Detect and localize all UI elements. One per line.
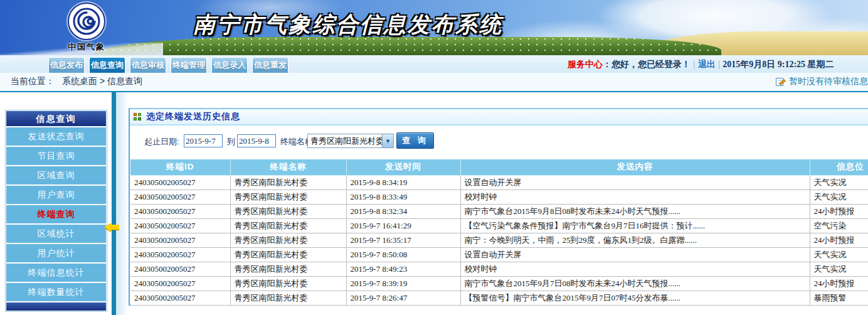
terminal-select[interactable]: 青秀区南阳新光村委 ▼ (307, 134, 394, 148)
sidebar-item-terminal-count-stats[interactable]: 终端数量统计 (6, 283, 106, 301)
cell-terminal-name: 青秀区南阳新光村委 (230, 175, 346, 190)
cell-terminal-id: 240305002005027 (130, 276, 230, 291)
cell-info-category: 24小时预报 (810, 233, 868, 247)
main-panel: 选定终端发送历史信息 起止日期: 到 终端名称： 青秀区南阳新光村委 ▼ 查 询… (129, 108, 868, 306)
col-terminal-name: 终端名称 (230, 159, 346, 175)
vertical-divider (112, 92, 116, 315)
sidebar-item-user-query[interactable]: 用户查询 (6, 186, 106, 204)
cell-terminal-id: 240305002005027 (130, 204, 230, 218)
sidebar-item-send-status-query[interactable]: 发送状态查询 (6, 127, 106, 146)
cell-send-time: 2015-9-7 16:41:29 (346, 218, 460, 233)
cell-send-content: 设置自动开关屏 (460, 247, 810, 262)
cell-info-category: 天气实况 (810, 262, 868, 276)
cma-logo: 中国气象 (65, 3, 109, 53)
cell-terminal-name: 青秀区南阳新光村委 (230, 262, 346, 276)
tab-info-publish[interactable]: 信息发布 (48, 57, 85, 73)
cell-send-time: 2015-9-7 8:39:19 (346, 276, 460, 291)
grid-icon (134, 113, 142, 121)
table-row: 240305002005027 青秀区南阳新光村委 2015-9-7 16:41… (130, 218, 868, 233)
col-send-content: 发送内容 (460, 159, 810, 175)
spiral-icon (72, 7, 101, 36)
breadcrumb-path[interactable]: 系统桌面 > 信息查询 (62, 76, 142, 86)
cell-info-category: 空气污染 (810, 218, 868, 233)
vertical-divider-fade (116, 92, 129, 315)
grass-strip-art (94, 37, 721, 55)
cell-terminal-name: 青秀区南阳新光村委 (230, 218, 346, 233)
col-info-category: 信息位 (810, 159, 868, 175)
sidebar-item-terminal-query[interactable]: 终端查询 (6, 205, 106, 223)
sidebar-item-program-query[interactable]: 节目查询 (6, 147, 106, 165)
separator: | (718, 59, 721, 69)
sidebar-collapse-arrow-icon[interactable] (104, 223, 119, 232)
cell-info-category: 暴雨预警 (810, 291, 868, 305)
cell-terminal-name: 青秀区南阳新光村委 (230, 247, 346, 262)
tab-terminal-manage[interactable]: 终端管理 (171, 57, 207, 73)
audit-notice-text[interactable]: 暂时没有待审核信息 (789, 76, 868, 87)
cell-send-time: 2015-9-8 8:33:49 (346, 190, 460, 204)
table-row: 240305002005027 青秀区南阳新光村委 2015-9-8 8:34:… (130, 175, 868, 190)
table-row: 240305002005027 青秀区南阳新光村委 2015-9-8 8:32:… (130, 204, 868, 218)
cell-send-time: 2015-9-7 8:50:08 (346, 247, 460, 262)
cell-terminal-name: 青秀区南阳新光村委 (230, 291, 346, 305)
system-title: 南宁市气象综合信息发布系统 (193, 10, 503, 40)
sidebar-item-terminal-info-stats[interactable]: 终端信息统计 (6, 264, 106, 282)
sidebar-footer (6, 302, 106, 311)
terminal-select-value: 青秀区南阳新光村委 (308, 136, 382, 147)
table-row: 240305002005027 青秀区南阳新光村委 2015-9-7 8:26:… (130, 291, 868, 305)
tab-info-resend[interactable]: 信息重发 (252, 57, 288, 73)
cell-terminal-id: 240305002005027 (130, 190, 230, 204)
datetime-text: 2015年9月8日 9:12:25 星期二 (722, 60, 834, 69)
separator: | (693, 59, 696, 69)
cell-info-category: 天气实况 (810, 247, 868, 262)
cell-terminal-id: 240305002005027 (130, 262, 230, 276)
sidebar-item-region-stats[interactable]: 区域统计 (6, 225, 106, 243)
cell-info-category: 24小时预报 (810, 204, 868, 218)
table-header-row: 终端ID 终端名称 发送时间 发送内容 信息位 (130, 159, 868, 175)
table-row: 240305002005027 青秀区南阳新光村委 2015-9-7 16:35… (130, 233, 868, 247)
cell-send-time: 2015-9-8 8:34:19 (346, 175, 460, 190)
logo-caption: 中国气象 (65, 41, 109, 53)
cell-terminal-id: 240305002005027 (130, 175, 230, 190)
cell-send-content: 校对时钟 (460, 262, 810, 276)
logout-link[interactable]: 退出 (698, 59, 716, 69)
top-banner: 中国气象 南宁市气象综合信息发布系统 (0, 0, 868, 55)
audit-notice: 暂时没有待审核信息 (776, 76, 868, 87)
tab-info-entry[interactable]: 信息录入 (211, 57, 248, 73)
cell-send-time: 2015-9-7 8:26:47 (346, 291, 460, 305)
cell-send-content: 南宁：今晚到明天，中雨，25到29度，偏东风1到2级。白露蹭...... (460, 233, 810, 247)
table-row: 240305002005027 青秀区南阳新光村委 2015-9-7 8:49:… (130, 262, 868, 276)
table-row: 240305002005027 青秀区南阳新光村委 2015-9-8 8:33:… (130, 190, 868, 204)
cell-info-category: 24小时预报 (810, 276, 868, 291)
date-to-input[interactable] (237, 134, 276, 147)
sidebar-item-region-query[interactable]: 区域查询 (6, 166, 106, 184)
breadcrumb-bar: 当前位置：系统桌面 > 信息查询 (0, 73, 868, 92)
breadcrumb-label: 当前位置： (11, 76, 55, 86)
date-from-input[interactable] (184, 134, 223, 147)
sidebar-item-user-stats[interactable]: 用户统计 (6, 244, 106, 262)
sidebar-header: 信息查询 (6, 111, 106, 126)
tab-info-audit[interactable]: 信息审核 (130, 57, 166, 73)
cell-send-time: 2015-9-7 16:35:17 (346, 233, 460, 247)
cell-terminal-id: 240305002005027 (130, 233, 230, 247)
search-button[interactable]: 查 询 (396, 132, 434, 149)
cell-send-content: 校对时钟 (460, 190, 810, 204)
cell-send-content: 设置自动开关屏 (460, 175, 810, 190)
date-range-label: 起止日期: (144, 136, 179, 147)
cell-send-content: 【预警信号】南宁市气象台2015年9月7日07时45分发布暴...... (460, 291, 810, 305)
panel-titlebar: 选定终端发送历史信息 (130, 109, 868, 125)
cell-terminal-id: 240305002005027 (130, 218, 230, 233)
chevron-down-icon: ▼ (382, 134, 393, 147)
cell-send-content: 南宁市气象台2015年9月8日08时发布未来24小时天气预报...... (460, 204, 810, 218)
table-row: 240305002005027 青秀区南阳新光村委 2015-9-7 8:39:… (130, 276, 868, 291)
cell-terminal-id: 240305002005027 (130, 247, 230, 262)
cell-send-content: 【空气污染气象条件预报】南宁市气象台9月7日16时提供：预计...... (460, 218, 810, 233)
tab-info-query[interactable]: 信息查询 (89, 57, 125, 73)
nav-tabs: 信息发布 信息查询 信息审核 终端管理 信息录入 信息重发 (48, 57, 288, 73)
cma-logo-icon (68, 3, 105, 40)
service-center-label: 服务中心 (568, 59, 603, 69)
col-terminal-id: 终端ID (130, 159, 230, 175)
cell-send-time: 2015-9-8 8:32:34 (346, 204, 460, 218)
cell-send-time: 2015-9-7 8:49:23 (346, 262, 460, 276)
service-center-bar: 服务中心：您好，您已经登录！|退出|2015年9月8日 9:12:25 星期二 (568, 55, 834, 73)
cell-terminal-name: 青秀区南阳新光村委 (230, 276, 346, 291)
